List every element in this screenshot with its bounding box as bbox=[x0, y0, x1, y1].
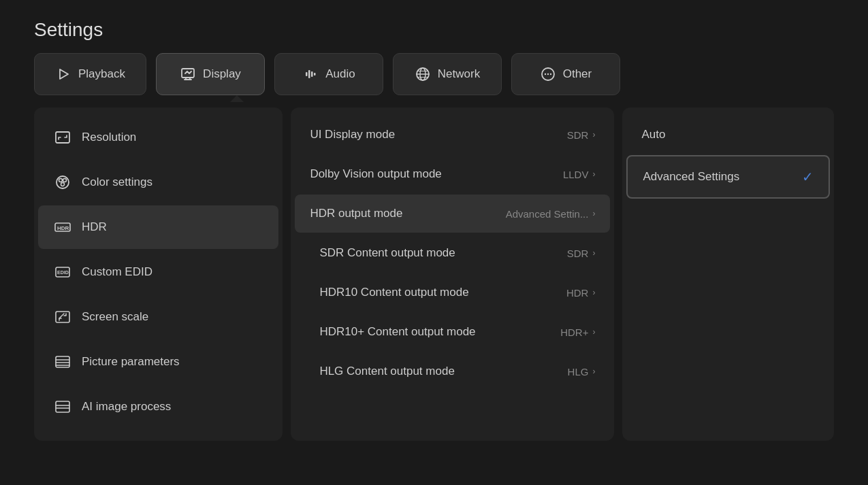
picture-icon bbox=[53, 352, 72, 371]
other-icon bbox=[540, 66, 556, 82]
hdr10plus-content-label: HDR10+ Content output mode bbox=[319, 325, 475, 339]
svg-marker-0 bbox=[60, 69, 68, 79]
right-panel: Auto Advanced Settings ✓ bbox=[622, 107, 834, 441]
chevron-right-icon: › bbox=[592, 288, 595, 297]
right-item-advanced-settings[interactable]: Advanced Settings ✓ bbox=[626, 155, 830, 199]
sdr-content-label: SDR Content output mode bbox=[319, 246, 455, 260]
svg-point-16 bbox=[547, 73, 549, 75]
svg-rect-18 bbox=[56, 132, 69, 143]
hdr10plus-content-value: HDR+ › bbox=[560, 327, 595, 338]
svg-text:EDID: EDID bbox=[57, 270, 69, 275]
svg-point-21 bbox=[63, 179, 67, 182]
auto-label: Auto bbox=[641, 128, 665, 141]
left-panel: Resolution Color settings bbox=[34, 107, 283, 441]
ai-image-icon bbox=[53, 397, 72, 416]
hdr-output-mode-value: Advanced Settin... › bbox=[506, 208, 596, 220]
resolution-icon bbox=[53, 128, 72, 147]
settings-page: Settings Playback Display bbox=[0, 0, 868, 441]
svg-rect-27 bbox=[56, 312, 69, 322]
middle-item-sdr-content[interactable]: SDR Content output mode SDR › bbox=[304, 234, 610, 272]
resolution-label: Resolution bbox=[82, 131, 136, 144]
sidebar-item-picture-parameters[interactable]: Picture parameters bbox=[38, 340, 278, 384]
svg-point-20 bbox=[59, 179, 63, 182]
sidebar-item-color-settings[interactable]: Color settings bbox=[38, 161, 278, 204]
tab-playback-label: Playback bbox=[78, 67, 125, 81]
advanced-settings-label: Advanced Settings bbox=[643, 170, 739, 184]
middle-item-dolby-vision[interactable]: Dolby Vision output mode LLDV › bbox=[295, 155, 610, 193]
custom-edid-label: Custom EDID bbox=[82, 265, 152, 279]
middle-item-hlg-content[interactable]: HLG Content output mode HLG › bbox=[304, 352, 610, 390]
svg-rect-1 bbox=[182, 69, 194, 78]
tab-display-label: Display bbox=[203, 67, 241, 81]
ui-display-mode-value: SDR › bbox=[567, 129, 596, 141]
hdr10-content-label: HDR10 Content output mode bbox=[319, 286, 468, 299]
tab-bar: Playback Display bbox=[0, 53, 868, 95]
svg-rect-5 bbox=[306, 72, 308, 76]
hlg-content-value: HLG › bbox=[568, 366, 596, 378]
color-icon bbox=[53, 173, 72, 192]
hdr-label: HDR bbox=[82, 220, 107, 234]
hdr-icon: HDR bbox=[53, 218, 72, 237]
tab-display[interactable]: Display bbox=[156, 53, 265, 95]
svg-point-17 bbox=[550, 73, 551, 75]
svg-rect-33 bbox=[56, 401, 69, 412]
svg-text:HDR: HDR bbox=[57, 225, 69, 231]
chevron-right-icon: › bbox=[592, 248, 595, 258]
audio-icon bbox=[302, 66, 319, 82]
tab-network-label: Network bbox=[438, 67, 480, 81]
network-icon bbox=[415, 66, 431, 82]
tab-network[interactable]: Network bbox=[393, 53, 502, 95]
middle-item-ui-display-mode[interactable]: UI Display mode SDR › bbox=[295, 116, 610, 154]
hdr-output-mode-label: HDR output mode bbox=[310, 207, 402, 220]
svg-point-15 bbox=[545, 73, 546, 75]
settings-title: Settings bbox=[0, 0, 868, 53]
dolby-vision-value: LLDV › bbox=[563, 169, 596, 180]
svg-rect-6 bbox=[308, 70, 310, 78]
color-settings-label: Color settings bbox=[82, 175, 152, 189]
display-icon bbox=[180, 66, 196, 82]
tab-other-label: Other bbox=[563, 67, 592, 81]
middle-item-hdr10-content[interactable]: HDR10 Content output mode HDR › bbox=[304, 273, 610, 312]
sdr-content-value: SDR › bbox=[567, 248, 596, 259]
svg-rect-7 bbox=[311, 71, 313, 77]
screen-scale-icon bbox=[53, 307, 72, 327]
sidebar-item-hdr[interactable]: HDR HDR bbox=[38, 205, 278, 249]
sidebar-item-screen-scale[interactable]: Screen scale bbox=[38, 295, 278, 339]
svg-rect-8 bbox=[314, 73, 316, 76]
content-area: Resolution Color settings bbox=[0, 107, 868, 441]
right-item-auto[interactable]: Auto bbox=[626, 116, 830, 154]
edid-icon: EDID bbox=[53, 263, 72, 282]
tab-audio[interactable]: Audio bbox=[274, 53, 383, 95]
screen-scale-label: Screen scale bbox=[82, 310, 148, 324]
chevron-right-icon: › bbox=[592, 327, 595, 337]
hlg-content-label: HLG Content output mode bbox=[319, 365, 454, 378]
middle-panel: UI Display mode SDR › Dolby Vision outpu… bbox=[291, 107, 614, 441]
svg-line-28 bbox=[59, 314, 64, 318]
tab-audio-label: Audio bbox=[325, 67, 355, 81]
sidebar-item-ai-image-process[interactable]: AI image process bbox=[38, 385, 278, 429]
ai-image-process-label: AI image process bbox=[82, 400, 171, 414]
tab-other[interactable]: Other bbox=[511, 53, 620, 95]
sidebar-item-resolution[interactable]: Resolution bbox=[38, 116, 278, 159]
chevron-right-icon: › bbox=[592, 130, 595, 139]
ui-display-mode-label: UI Display mode bbox=[310, 128, 395, 141]
sidebar-item-custom-edid[interactable]: EDID Custom EDID bbox=[38, 250, 278, 294]
middle-item-hdr10plus-content[interactable]: HDR10+ Content output mode HDR+ › bbox=[304, 313, 610, 351]
tab-playback[interactable]: Playback bbox=[34, 53, 146, 95]
dolby-vision-label: Dolby Vision output mode bbox=[310, 167, 441, 181]
picture-parameters-label: Picture parameters bbox=[82, 355, 180, 369]
chevron-right-icon: › bbox=[592, 169, 595, 179]
svg-point-22 bbox=[61, 183, 65, 186]
middle-item-hdr-output-mode[interactable]: HDR output mode Advanced Settin... › bbox=[295, 195, 610, 233]
checkmark-icon: ✓ bbox=[802, 169, 814, 185]
play-icon bbox=[55, 66, 71, 82]
hdr10-content-value: HDR › bbox=[566, 287, 596, 299]
chevron-right-icon: › bbox=[592, 367, 595, 376]
chevron-right-icon: › bbox=[592, 209, 595, 218]
